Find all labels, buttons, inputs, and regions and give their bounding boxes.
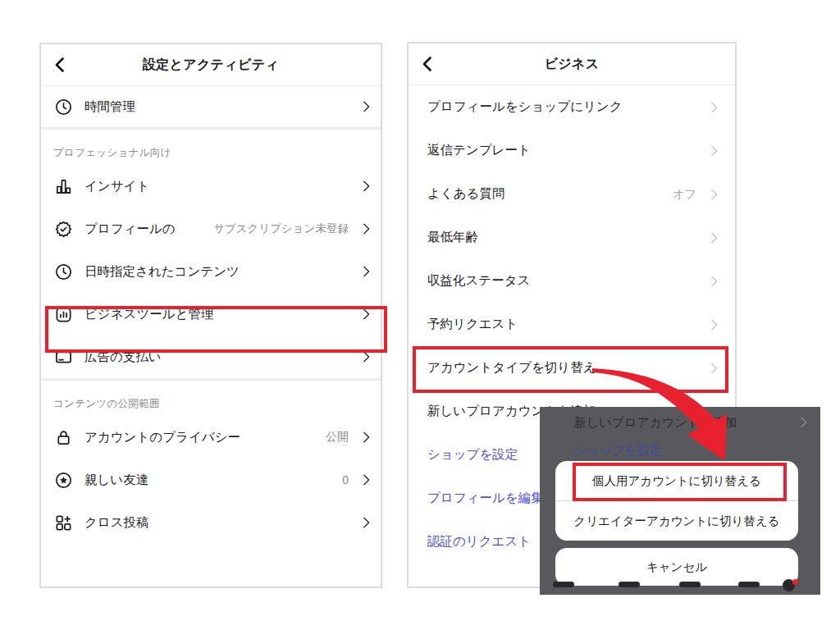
cancel-button[interactable]: キャンセル xyxy=(555,548,798,586)
item-label: クロス投稿 xyxy=(84,514,357,532)
item-label: アカウントタイプを切り替え xyxy=(427,359,705,377)
list-item-3[interactable]: インサイト xyxy=(41,165,381,208)
item-label: 返信テンプレート xyxy=(427,142,705,159)
insights-icon xyxy=(53,176,74,197)
chevron-right-icon xyxy=(706,144,718,156)
list-item-6[interactable]: ビジネスツールと管理 xyxy=(41,293,381,336)
action-sheet-overlay[interactable]: 新しいプロアカウントを追加 ショップを設定 個人用アカウントに切り替えるクリエイ… xyxy=(540,407,820,595)
tab-bar-hint xyxy=(679,582,701,587)
item-label: 広告の支払い xyxy=(84,349,357,366)
chevron-right-icon xyxy=(358,101,370,112)
chevron-right-icon xyxy=(796,417,807,428)
section-label: コンテンツの公開範囲 xyxy=(41,381,381,416)
clock-icon xyxy=(53,97,74,117)
list-item-12[interactable]: クロス投稿 xyxy=(41,501,381,544)
star-circle-icon xyxy=(53,470,74,491)
list-item-0[interactable]: プロフィールをショップにリンク xyxy=(409,85,735,129)
sheet-option-creator[interactable]: クリエイターアカウントに切り替える xyxy=(555,500,798,541)
item-value: オフ xyxy=(673,187,696,202)
list-item-11[interactable]: 親しい友達0 xyxy=(41,459,381,501)
chevron-right-icon xyxy=(706,188,718,199)
chevron-right-icon xyxy=(706,318,718,330)
item-label: ビジネスツールと管理 xyxy=(84,306,357,323)
business-tools-icon xyxy=(53,304,74,325)
chevron-right-icon xyxy=(358,474,370,486)
item-label: アカウントのプライバシー xyxy=(84,429,326,446)
item-label: 日時指定されたコンテンツ xyxy=(84,263,357,281)
verified-badge-icon xyxy=(53,219,74,240)
list-item-6[interactable]: アカウントタイプを切り替え xyxy=(409,346,735,390)
tab-bar-hint xyxy=(619,582,640,587)
dimmed-list-item: 新しいプロアカウントを追加 xyxy=(574,413,806,432)
item-label: 最低年齢 xyxy=(427,229,705,246)
lock-icon xyxy=(53,427,74,448)
list-item-10[interactable]: アカウントのプライバシー公開 xyxy=(41,416,381,459)
item-value: 0 xyxy=(342,473,349,486)
chevron-right-icon xyxy=(706,362,718,373)
tab-bar-hint xyxy=(553,582,574,587)
chevron-right-icon xyxy=(358,351,370,363)
list-item-1[interactable]: 返信テンプレート xyxy=(409,129,735,172)
chevron-right-icon xyxy=(358,266,370,277)
list-item-5[interactable]: 予約リクエスト xyxy=(409,303,735,346)
item-label: プロフィールをショップにリンク xyxy=(427,98,705,116)
chevron-right-icon xyxy=(358,308,370,320)
list-item-2[interactable]: よくある質問オフ xyxy=(409,172,735,216)
cross-post-icon xyxy=(53,513,74,533)
switch-account-action-sheet: 個人用アカウントに切り替えるクリエイターアカウントに切り替える xyxy=(555,461,798,541)
chevron-right-icon xyxy=(706,231,718,243)
item-label: 時間管理 xyxy=(84,98,357,116)
item-label: 予約リクエスト xyxy=(427,316,705,333)
chevron-right-icon xyxy=(358,180,370,192)
item-label: 収益化ステータス xyxy=(427,272,705,290)
business-header: ビジネス xyxy=(409,43,735,85)
item-label: よくある質問 xyxy=(427,185,673,203)
chevron-right-icon xyxy=(358,517,370,528)
settings-activity-screen: 設定とアクティビティ 時間管理プロフェッショナル向けインサイトプロフィールの認証… xyxy=(39,43,382,588)
item-label: インサイト xyxy=(84,178,357,195)
list-item-4[interactable]: プロフィールの認証を受けるサブスクリプション未登録 xyxy=(41,208,381,250)
item-label: プロフィールの認証を受ける xyxy=(84,220,213,238)
list-item-7[interactable]: 広告の支払い xyxy=(41,336,381,378)
section-label: プロフェッショナル向け xyxy=(41,130,381,165)
chevron-right-icon xyxy=(358,223,370,235)
item-label: 親しい友達 xyxy=(84,472,342,489)
back-chevron-icon[interactable] xyxy=(51,55,71,75)
chevron-right-icon xyxy=(706,101,718,112)
dimmed-link: ショップを設定 xyxy=(574,443,662,459)
page-title: ビジネス xyxy=(545,56,600,73)
list-item-4[interactable]: 収益化ステータス xyxy=(409,259,735,303)
notification-badge xyxy=(792,579,798,585)
chevron-right-icon xyxy=(706,275,718,286)
settings-header: 設定とアクティビティ xyxy=(41,44,381,86)
sheet-option-personal[interactable]: 個人用アカウントに切り替える xyxy=(555,461,798,500)
list-item-3[interactable]: 最低年齢 xyxy=(409,216,735,259)
page-title: 設定とアクティビティ xyxy=(143,57,279,74)
list-item-0[interactable]: 時間管理 xyxy=(41,86,381,127)
item-value: 公開 xyxy=(326,430,349,445)
list-item-5[interactable]: 日時指定されたコンテンツ xyxy=(41,250,381,293)
card-icon xyxy=(53,347,74,368)
clock-icon xyxy=(53,262,74,282)
back-chevron-icon[interactable] xyxy=(418,54,438,74)
tab-bar-hint xyxy=(738,582,760,587)
chevron-right-icon xyxy=(358,431,370,443)
item-value: サブスクリプション未登録 xyxy=(213,221,349,236)
